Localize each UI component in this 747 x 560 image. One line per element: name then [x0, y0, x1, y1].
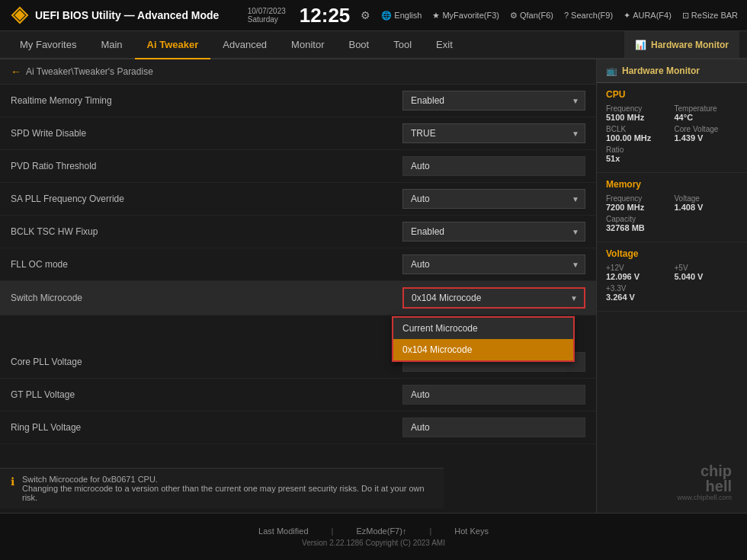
setting-label: FLL OC mode: [11, 259, 402, 270]
table-row: FLL OC mode Auto: [0, 248, 596, 281]
nav-advanced[interactable]: Advanced: [210, 31, 279, 59]
hw-monitor-title: Hardware Monitor: [622, 66, 700, 76]
right-panel: 📺 Hardware Monitor CPU Frequency 5100 MH…: [596, 59, 747, 555]
table-row: GT PLL Voltage: [0, 379, 596, 411]
footer-version: Version 2.22.1286 Copyright (C) 2023 AMI: [302, 539, 445, 547]
setting-control[interactable]: Auto: [402, 189, 585, 209]
setting-label: SA PLL Frequency Override: [11, 194, 402, 204]
setting-label: SPD Write Disable: [11, 128, 402, 139]
mem-voltage-label: Voltage 1.408 V: [675, 194, 739, 212]
app-title: UEFI BIOS Utility — Advanced Mode: [35, 9, 219, 21]
setting-control[interactable]: Enabled Disabled: [402, 222, 585, 242]
setting-label: BCLK TSC HW Fixup: [11, 226, 402, 237]
language-selector[interactable]: 🌐 English: [381, 11, 422, 21]
table-row: SA PLL Frequency Override Auto: [0, 183, 596, 216]
info-bar: ℹ Switch Microcode for 0xB0671 CPU. Chan…: [0, 468, 444, 508]
monitor-icon: 📺: [606, 66, 617, 76]
microcode-value: 0x104 Microcode: [412, 293, 481, 303]
setting-control[interactable]: Enabled Disabled: [402, 91, 585, 110]
search-link[interactable]: ? Search(F9): [564, 11, 613, 20]
monitor-icon: 📊: [635, 40, 646, 50]
voltage-33v-row: +3.3V 3.264 V: [606, 284, 738, 302]
spd-write-disable-select[interactable]: TRUE FALSE: [402, 123, 585, 143]
qfan-link[interactable]: ⚙ Qfan(F6): [510, 11, 553, 21]
setting-label: Switch Microcode: [11, 293, 402, 303]
cpu-ratio-row: Ratio 51x: [606, 146, 738, 163]
mem-capacity-row: Capacity 32768 MB: [606, 215, 738, 232]
nav-my-favorites[interactable]: My Favorites: [8, 31, 88, 59]
setting-label: GT PLL Voltage: [11, 389, 402, 400]
voltage-12v-label: +12V 12.096 V: [606, 264, 670, 281]
cpu-section-title: CPU: [606, 89, 738, 100]
chip-url: www.chiphell.com: [677, 494, 732, 501]
sa-pll-frequency-select[interactable]: Auto: [402, 189, 585, 209]
table-row: BCLK TSC HW Fixup Enabled Disabled: [0, 216, 596, 248]
voltage-grid: +12V 12.096 V +5V 5.040 V: [606, 264, 738, 281]
hot-keys-link[interactable]: Hot Keys: [454, 526, 489, 536]
voltage-5v-label: +5V 5.040 V: [675, 264, 739, 281]
time-display: 12:25: [300, 5, 351, 25]
ring-pll-voltage-input[interactable]: [402, 418, 585, 437]
date-display: 10/07/2023: [248, 7, 286, 15]
footer-links: Last Modified | EzMode(F7)↑ | Hot Keys: [258, 526, 489, 536]
dropdown-arrow-icon: ▼: [570, 294, 578, 302]
nav-bar: My Favorites Main Ai Tweaker Advanced Mo…: [0, 31, 747, 59]
main-content: ← Ai Tweaker\Tweaker's Paradise Realtime…: [0, 59, 747, 555]
globe-icon: 🌐: [381, 11, 392, 21]
left-panel: ← Ai Tweaker\Tweaker's Paradise Realtime…: [0, 59, 596, 555]
setting-label: Realtime Memory Timing: [11, 95, 402, 106]
hw-monitor-header: 📺 Hardware Monitor: [597, 59, 747, 83]
setting-label: PVD Ratio Threshold: [11, 161, 402, 171]
table-row: Realtime Memory Timing Enabled Disabled: [0, 85, 596, 117]
day-display: Saturday: [248, 15, 278, 24]
memory-section-title: Memory: [606, 179, 738, 190]
info-detail: Changing the microcode to a version othe…: [22, 484, 433, 502]
switch-microcode-row: Switch Microcode 0x104 Microcode ▼ Curre…: [0, 281, 596, 315]
myfavorite-link[interactable]: ★ MyFavorite(F3): [432, 11, 499, 21]
gear-icon: ⚙: [361, 9, 370, 21]
info-text: Switch Microcode for 0xB0671 CPU. Changi…: [22, 475, 433, 502]
ez-mode-link[interactable]: EzMode(F7)↑: [356, 526, 406, 536]
setting-control[interactable]: Auto: [402, 254, 585, 274]
breadcrumb-text: Ai Tweaker\Tweaker's Paradise: [26, 66, 153, 77]
chip-logo-area: chip hell www.chiphell.com: [668, 454, 741, 510]
microcode-option-0x104[interactable]: 0x104 Microcode: [393, 339, 573, 360]
aura-link[interactable]: ✦ AURA(F4): [624, 11, 672, 21]
info-message: Switch Microcode for 0xB0671 CPU.: [22, 475, 433, 484]
star-icon: ★: [432, 11, 440, 21]
footer-separator: |: [332, 526, 334, 536]
chip-logo: chip hell: [677, 463, 732, 494]
fan-icon: ⚙: [510, 11, 518, 21]
breadcrumb: ← Ai Tweaker\Tweaker's Paradise: [0, 59, 596, 85]
info-icon: ℹ: [11, 475, 14, 488]
last-modified-link[interactable]: Last Modified: [258, 526, 308, 536]
mem-frequency-label: Frequency 7200 MHz: [606, 194, 670, 212]
nav-main[interactable]: Main: [88, 31, 134, 59]
nav-ai-tweaker[interactable]: Ai Tweaker: [135, 31, 211, 59]
aura-icon: ✦: [624, 11, 630, 21]
resize-icon: ⊡: [682, 11, 689, 21]
back-arrow-icon[interactable]: ←: [11, 66, 21, 78]
datetime-block: 10/07/2023 Saturday: [248, 7, 286, 24]
nav-tool[interactable]: Tool: [381, 31, 424, 59]
voltage-section: Voltage +12V 12.096 V +5V 5.040 V +3.3V …: [597, 242, 747, 312]
app-logo: UEFI BIOS Utility — Advanced Mode: [9, 5, 219, 26]
gt-pll-voltage-input[interactable]: [402, 385, 585, 405]
header-toolbar: 10/07/2023 Saturday 12:25 ⚙ 🌐 English ★ …: [248, 5, 738, 25]
fll-oc-mode-select[interactable]: Auto: [402, 254, 585, 274]
pvd-ratio-threshold-input[interactable]: [402, 156, 585, 176]
table-row: PVD Ratio Threshold: [0, 150, 596, 183]
realtime-memory-timing-select[interactable]: Enabled Disabled: [402, 91, 585, 110]
cpu-frequency-label: Frequency 5100 MHz: [606, 104, 670, 122]
microcode-option-current[interactable]: Current Microcode: [393, 318, 573, 339]
nav-monitor[interactable]: Monitor: [279, 31, 336, 59]
asus-logo-icon: [9, 5, 30, 26]
nav-boot[interactable]: Boot: [336, 31, 381, 59]
switch-microcode-select[interactable]: 0x104 Microcode ▼: [402, 287, 585, 309]
bclk-tsc-hw-fixup-select[interactable]: Enabled Disabled: [402, 222, 585, 242]
resize-link[interactable]: ⊡ ReSize BAR: [682, 11, 738, 21]
nav-exit[interactable]: Exit: [424, 31, 465, 59]
cpu-section: CPU Frequency 5100 MHz Temperature 44°C …: [597, 83, 747, 173]
memory-section: Memory Frequency 7200 MHz Voltage 1.408 …: [597, 173, 747, 242]
setting-control[interactable]: TRUE FALSE: [402, 123, 585, 143]
